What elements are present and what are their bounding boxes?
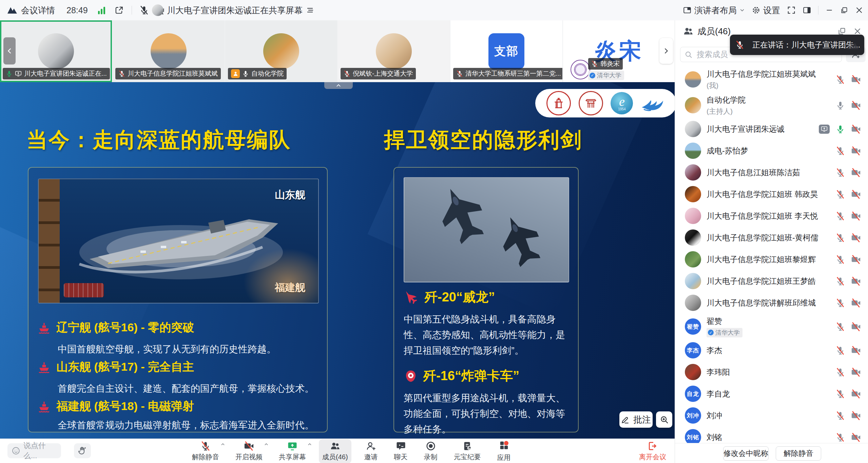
member-row[interactable]: 翟赞 翟赞 ✓ 清华大学 xyxy=(675,314,868,339)
member-row[interactable]: 川大电子信息江姐班陈洁茹 xyxy=(675,162,868,183)
camera-off-icon[interactable] xyxy=(851,124,861,134)
unmute-button[interactable]: 解除静音 xyxy=(189,439,223,463)
annotate-button[interactable]: 批注 xyxy=(619,411,653,428)
jet-heading-text: 歼-20“威龙” xyxy=(425,289,495,306)
side-panel-icon[interactable] xyxy=(803,6,811,15)
start-video-button[interactable]: 开启视频 xyxy=(232,439,266,463)
popout-share-icon[interactable] xyxy=(115,6,123,15)
mic-muted-icon[interactable] xyxy=(139,5,149,15)
layout-switcher[interactable]: 演讲者布局 xyxy=(683,5,745,16)
camera-off-icon[interactable] xyxy=(851,233,861,243)
raise-hand-button[interactable] xyxy=(74,443,91,458)
member-row[interactable]: 川大电子信息学院江姐班莫斌斌 (我) xyxy=(675,67,868,92)
mic-muted-icon[interactable] xyxy=(836,75,845,84)
member-row[interactable]: 川大电子信息学院江姐班 韩政昊 xyxy=(675,183,868,205)
maximize-button[interactable] xyxy=(840,6,848,14)
close-panel-icon[interactable] xyxy=(853,27,862,35)
member-row[interactable]: 川大电子宣讲团朱远诚 xyxy=(675,118,868,140)
leave-meeting-button[interactable]: 离开会议 xyxy=(639,439,666,463)
chevron-up-icon[interactable] xyxy=(307,442,312,447)
video-tile[interactable]: 自动化学院 xyxy=(225,20,337,82)
mic-muted-icon[interactable] xyxy=(836,233,845,242)
unmute-button[interactable]: 解除静音 xyxy=(776,446,821,461)
settings-button[interactable]: 设置 xyxy=(752,5,780,16)
scroll-left-button[interactable] xyxy=(3,37,16,64)
camera-off-icon[interactable] xyxy=(851,389,861,399)
video-tile-speaker[interactable]: 川大电子宣讲团朱远诚正在... xyxy=(0,20,112,82)
notes-button[interactable]: 元宝纪要 xyxy=(450,439,484,463)
member-row[interactable]: 自动化学院 (主持人) xyxy=(675,92,868,118)
camera-off-icon[interactable] xyxy=(851,100,861,110)
zoom-in-button[interactable] xyxy=(656,411,672,428)
share-screen-button[interactable]: 共享屏幕 xyxy=(275,439,309,463)
mic-muted-icon[interactable] xyxy=(836,255,845,264)
member-row[interactable]: 川大电子信息学院江姐班 李天悦 xyxy=(675,205,868,227)
mic-muted-icon[interactable] xyxy=(836,146,845,155)
mic-muted-icon[interactable] xyxy=(836,346,845,355)
camera-off-icon[interactable] xyxy=(851,168,861,178)
camera-off-icon[interactable] xyxy=(851,146,861,156)
fullscreen-icon[interactable] xyxy=(787,6,796,15)
camera-off-icon[interactable] xyxy=(851,322,861,332)
member-row[interactable]: 刘铭 刘铭 xyxy=(675,426,868,443)
mic-muted-icon[interactable] xyxy=(836,433,845,442)
scroll-right-button[interactable] xyxy=(659,38,673,64)
invite-button[interactable]: 邀请 xyxy=(361,439,381,463)
apps-button[interactable]: 应用 xyxy=(494,439,514,463)
meeting-details-button[interactable]: 会议详情 xyxy=(21,5,55,16)
camera-off-icon[interactable] xyxy=(851,367,861,377)
chat-button[interactable]: 聊天 xyxy=(391,439,411,463)
member-row[interactable]: 川大电子信息学院江姐班王梦皓 xyxy=(675,270,868,292)
member-row[interactable]: 李玮阳 xyxy=(675,361,868,383)
members-button[interactable]: 成员(46) xyxy=(319,439,351,463)
video-tile[interactable]: 川大电子信息学院江姐班莫斌斌 xyxy=(113,20,225,82)
member-row[interactable]: 成电-苏怡梦 xyxy=(675,140,868,162)
camera-off-icon[interactable] xyxy=(851,411,861,421)
quick-chat-input[interactable]: 说点什么... xyxy=(7,443,61,458)
rename-button[interactable]: 修改会中昵称 xyxy=(723,446,769,461)
camera-off-icon[interactable] xyxy=(851,255,861,264)
mic-on-icon[interactable] xyxy=(836,101,845,110)
mic-muted-icon[interactable] xyxy=(836,190,845,199)
network-signal-icon[interactable] xyxy=(98,6,105,14)
member-row[interactable]: 自龙 李自龙 xyxy=(675,383,868,405)
collapse-strip-tab[interactable] xyxy=(324,82,353,89)
close-button[interactable] xyxy=(855,6,863,14)
video-tile[interactable]: 倪斌钦-上海交通大学 xyxy=(338,20,450,82)
video-tile[interactable]: 炎宋 韩炎宋 ✓ 清华大学 xyxy=(563,20,675,82)
member-row[interactable]: 李杰 李杰 xyxy=(675,339,868,361)
camera-off-icon[interactable] xyxy=(851,346,861,355)
member-row[interactable]: 川大电子信息学院江姐班-黄柯儒 xyxy=(675,227,868,248)
carrier-heading-text: 山东舰 (舷号17) - 完全自主 xyxy=(56,359,194,375)
chevron-up-icon[interactable] xyxy=(264,442,269,447)
mic-muted-icon[interactable] xyxy=(836,298,845,308)
mic-muted-icon[interactable] xyxy=(836,411,845,420)
member-row[interactable]: 川大电子信息学院江姐班黎煜辉 xyxy=(675,248,868,270)
member-list[interactable]: 川大电子信息学院江姐班莫斌斌 (我) 自动化学院 (主持人) 川大电子宣讲团朱远… xyxy=(675,64,868,443)
mic-muted-icon[interactable] xyxy=(836,277,845,286)
ship-icon xyxy=(37,400,51,413)
sharing-options-icon[interactable] xyxy=(306,6,314,14)
video-tile[interactable]: 支部 清华大学工物系研三第一第二党... xyxy=(450,20,562,82)
member-row[interactable]: 刘冲 刘冲 xyxy=(675,405,868,426)
screen-share-icon xyxy=(15,70,22,77)
record-button[interactable]: 录制 xyxy=(421,439,441,463)
minimize-button[interactable] xyxy=(825,6,833,14)
mic-muted-icon[interactable] xyxy=(836,389,845,399)
camera-off-icon[interactable] xyxy=(851,432,861,442)
member-row[interactable]: 川大电子信息学院讲解班邱维城 xyxy=(675,292,868,314)
popout-panel-icon[interactable] xyxy=(838,27,846,35)
mic-muted-icon[interactable] xyxy=(836,211,845,221)
mic-muted-icon[interactable] xyxy=(836,322,845,331)
camera-off-icon[interactable] xyxy=(851,189,861,199)
mic-muted-icon[interactable] xyxy=(836,168,845,177)
camera-off-icon[interactable] xyxy=(851,276,861,286)
mic-muted-icon[interactable] xyxy=(836,368,845,377)
tool-label: 邀请 xyxy=(364,452,378,462)
camera-off-icon[interactable] xyxy=(851,298,861,308)
tile-name: 川大电子信息学院江姐班莫斌斌 xyxy=(128,69,218,78)
mic-speaking-icon[interactable] xyxy=(836,125,845,134)
chevron-up-icon[interactable] xyxy=(220,442,225,447)
camera-off-icon[interactable] xyxy=(851,75,861,85)
camera-off-icon[interactable] xyxy=(851,211,861,221)
